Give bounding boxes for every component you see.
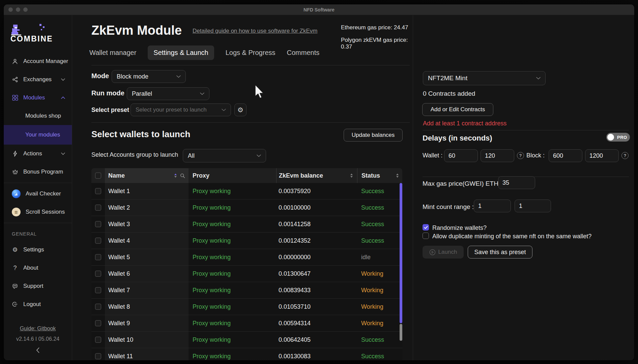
- combine-logo: COMBINE: [10, 23, 72, 43]
- mint-count-max-input[interactable]: [515, 200, 551, 212]
- run-mode-dropdown[interactable]: Parallel: [127, 87, 209, 100]
- row-checkbox[interactable]: [95, 221, 101, 227]
- table-scrollbar-thumb-secondary[interactable]: [400, 324, 402, 341]
- sidebar-item-scroll-sessions[interactable]: ≣ Scroll Sessions: [4, 203, 72, 221]
- status-cell: Working: [357, 266, 402, 282]
- preset-settings-button[interactable]: ⚙: [234, 103, 246, 116]
- proxy-status-cell: Proxy working: [188, 216, 276, 232]
- minimize-window-button[interactable]: [16, 7, 20, 12]
- sidebar-divider: [4, 183, 72, 183]
- sidebar-item-modules-shop[interactable]: Modules shop: [4, 107, 72, 125]
- lightning-icon: [12, 151, 18, 157]
- run-mode-value: Parallel: [132, 90, 152, 97]
- row-checkbox-cell: [91, 183, 105, 199]
- row-checkbox-cell: [91, 200, 105, 216]
- chevron-down-icon: [222, 109, 226, 111]
- block-delay-max-input[interactable]: [585, 149, 619, 162]
- block-delay-min-input[interactable]: [549, 149, 582, 162]
- sidebar-item-avail-checker[interactable]: Avail Checker: [4, 185, 72, 203]
- row-checkbox[interactable]: [95, 337, 101, 343]
- launch-button[interactable]: Launch: [423, 246, 464, 259]
- wallet-table: Name Proxy: [91, 168, 402, 361]
- status-cell: Working: [357, 299, 402, 315]
- wallet-name-cell: Wallet 6: [105, 266, 188, 282]
- sort-icon: [350, 173, 353, 178]
- row-checkbox[interactable]: [95, 188, 101, 194]
- sidebar-section-general: GENERAL: [12, 227, 72, 241]
- row-checkbox-cell: [91, 348, 105, 361]
- wallet-delay-help-icon[interactable]: ?: [517, 152, 524, 159]
- sidebar-item-label: Actions: [23, 150, 42, 157]
- row-checkbox[interactable]: [95, 238, 101, 244]
- table-row: Wallet 3 Proxy working 0.00141258 Succes…: [91, 216, 402, 233]
- select-all-checkbox[interactable]: [95, 173, 101, 179]
- status-cell: Success: [357, 216, 402, 232]
- wallet-delay-max-input[interactable]: [481, 149, 514, 162]
- collapse-sidebar-button[interactable]: [4, 347, 72, 354]
- sidebar-item-your-modules[interactable]: Your modules: [4, 125, 72, 145]
- sidebar-item-label: Modules shop: [25, 113, 61, 119]
- row-checkbox[interactable]: [95, 353, 101, 359]
- wallet-delay-min-input[interactable]: [444, 149, 478, 162]
- module-dropdown[interactable]: NFT2ME Mint: [423, 71, 546, 85]
- row-checkbox[interactable]: [95, 304, 101, 310]
- wallet-delay-label: Wallet :: [423, 152, 442, 159]
- tab-comments[interactable]: Comments: [287, 46, 320, 60]
- sidebar-item-about[interactable]: ? About: [4, 259, 72, 277]
- sidebar-item-support[interactable]: Support: [4, 277, 72, 295]
- table-row: Wallet 9 Proxy working 0.00594314 Workin…: [91, 315, 402, 332]
- max-gas-input[interactable]: [498, 176, 535, 189]
- add-edit-contracts-button[interactable]: Add or Edit Contracts: [422, 103, 493, 116]
- detailed-guide-link[interactable]: Detailed guide on how to use software fo…: [193, 28, 317, 34]
- sidebar-item-modules[interactable]: Modules: [4, 89, 72, 107]
- gitbook-guide-link[interactable]: Guide: Gitbook: [20, 326, 56, 331]
- pro-toggle[interactable]: PRO: [606, 133, 630, 142]
- column-header-name[interactable]: Name: [105, 168, 188, 183]
- row-checkbox[interactable]: [95, 271, 101, 277]
- column-header-status[interactable]: Status: [357, 168, 402, 183]
- table-scrollbar-thumb[interactable]: [400, 183, 402, 323]
- tab-logs-progress[interactable]: Logs & Progress: [226, 46, 276, 60]
- balance-cell: 0.00642405: [276, 332, 357, 348]
- save-preset-button[interactable]: Save this as preset: [468, 246, 532, 259]
- sidebar-item-bonus-program[interactable]: Bonus Program: [4, 163, 72, 181]
- max-gas-label: Max gas price(GWEI) ETH :: [423, 180, 502, 187]
- preset-dropdown[interactable]: Select your preset to launch: [130, 103, 231, 116]
- wallet-name-cell: Wallet 10: [105, 332, 188, 348]
- sidebar-item-actions[interactable]: Actions: [4, 145, 72, 163]
- sidebar-item-settings[interactable]: ⚙ Settings: [4, 241, 72, 259]
- row-checkbox[interactable]: [95, 287, 101, 293]
- mode-dropdown[interactable]: Block mode: [112, 70, 186, 83]
- tab-settings-launch[interactable]: Settings & Launch: [148, 46, 214, 60]
- window-controls: [8, 4, 28, 15]
- launch-settings-panel: NFT2ME Mint 0 Contracts added Add or Edi…: [413, 15, 634, 360]
- proxy-status-cell: Proxy working: [188, 266, 276, 282]
- sidebar-item-account-manager[interactable]: Account Manager: [4, 52, 72, 70]
- row-checkbox-cell: [91, 299, 105, 315]
- row-checkbox-cell: [91, 233, 105, 249]
- zoom-window-button[interactable]: [23, 7, 28, 12]
- proxy-status-cell: Proxy working: [188, 249, 276, 265]
- wallet-name-cell: Wallet 1: [105, 183, 188, 199]
- row-checkbox[interactable]: [95, 205, 101, 211]
- table-row: Wallet 11 Proxy working 0.00130083 Succe…: [91, 348, 402, 361]
- block-delay-help-icon[interactable]: ?: [621, 152, 629, 159]
- row-checkbox[interactable]: [95, 254, 101, 260]
- mint-count-min-input[interactable]: [474, 200, 511, 212]
- allow-duplicate-checkbox[interactable]: [423, 233, 429, 239]
- column-header-balance[interactable]: ZkEvm balance: [276, 168, 357, 183]
- logout-icon: [12, 301, 18, 308]
- row-checkbox[interactable]: [95, 320, 101, 326]
- tab-wallet-manager[interactable]: Wallet manager: [89, 46, 136, 60]
- accounts-group-label: Select Accounts group to launch: [91, 151, 178, 158]
- accounts-group-dropdown[interactable]: All: [183, 149, 266, 162]
- column-header-proxy[interactable]: Proxy: [188, 168, 276, 183]
- close-window-button[interactable]: [8, 7, 13, 12]
- sidebar-item-exchanges[interactable]: Exchanges: [4, 70, 72, 89]
- sidebar-item-logout[interactable]: Logout: [4, 295, 72, 313]
- randomize-wallets-checkbox[interactable]: [423, 224, 429, 231]
- update-balances-button[interactable]: Update balances: [344, 129, 403, 142]
- search-icon[interactable]: [180, 173, 185, 178]
- status-cell: Success: [357, 233, 402, 249]
- app-window: NFD Software: [3, 4, 635, 361]
